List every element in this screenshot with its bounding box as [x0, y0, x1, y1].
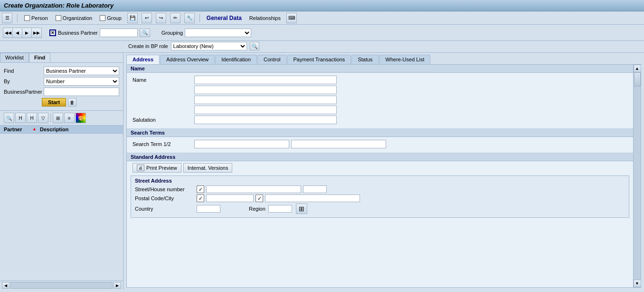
name-input-1[interactable]	[194, 76, 337, 84]
create-bp-label: Create in BP role	[128, 43, 168, 49]
search-term-label: Search Term 1/2	[133, 141, 194, 147]
separator1	[17, 14, 18, 22]
menu-organization-label: Organization	[63, 15, 92, 21]
search-term-input-1[interactable]	[194, 140, 289, 148]
name-input-3[interactable]	[194, 96, 337, 104]
name-row-3	[133, 96, 627, 104]
toolbar-btn-1[interactable]: 💾	[127, 13, 138, 23]
tab-address[interactable]: Address	[126, 55, 160, 64]
grouping-select[interactable]	[185, 29, 251, 37]
name-row-2	[133, 86, 627, 94]
sort-icon[interactable]: ▲	[32, 127, 40, 132]
street-input[interactable]	[206, 185, 301, 193]
bp-search-btn[interactable]: 🔍	[140, 29, 150, 37]
toolbar-btn-5[interactable]: 🔧	[184, 13, 195, 23]
start-button[interactable]: Start	[42, 98, 66, 107]
delete-btn[interactable]: 🗑	[68, 98, 76, 107]
nav-first-btn[interactable]: ◀◀	[3, 28, 13, 38]
tab-payment-transactions[interactable]: Payment Transactions	[287, 55, 351, 64]
name-row-4	[133, 106, 627, 114]
main-tab-bar: Address Address Overview Identification …	[123, 53, 644, 64]
bp-label: Business Partner	[58, 30, 98, 36]
separator2	[199, 14, 200, 22]
v-scroll-up[interactable]: ▲	[634, 65, 641, 72]
print-icon: 🖨	[137, 165, 144, 171]
icon-search[interactable]: 🔍	[4, 113, 14, 123]
nav-group: ◀◀ ◀ ▶ ▶▶	[3, 28, 42, 38]
map-btn[interactable]: ⊞	[296, 204, 307, 214]
find-find-label: Find	[4, 68, 42, 74]
street-num-input[interactable]	[303, 185, 327, 193]
toolbar-btn-6[interactable]: ⌨	[286, 13, 297, 23]
internat-versions-btn[interactable]: Internat. Versions	[183, 163, 233, 173]
menu-relationships[interactable]: Relationships	[247, 14, 283, 22]
name-row-1: Name	[133, 76, 627, 84]
tab-identification[interactable]: Identification	[215, 55, 257, 64]
menu-general-data[interactable]: General Data	[205, 14, 244, 22]
icon-h1[interactable]: H	[15, 113, 26, 123]
tab-address-overview[interactable]: Address Overview	[160, 55, 215, 64]
city-checkbox[interactable]: ✓	[256, 195, 263, 202]
toolbar-btn-4[interactable]: ✏	[170, 13, 180, 23]
nav-next-btn[interactable]: ▶	[22, 28, 32, 38]
street-section: Street Address Street/House number ✓ Pos…	[131, 175, 629, 218]
menu-person[interactable]: Person	[22, 14, 50, 22]
postal-checkbox-1[interactable]: ✓	[197, 195, 204, 202]
v-scroll-track[interactable]	[634, 72, 641, 280]
country-input[interactable]	[197, 205, 220, 213]
bp-checkbox[interactable]: ✕	[49, 29, 56, 36]
street-checkbox-1[interactable]: ✓	[197, 185, 204, 193]
v-scroll-down[interactable]: ▼	[634, 280, 641, 287]
nav-prev-btn[interactable]: ◀	[13, 28, 22, 38]
tab-control[interactable]: Control	[257, 55, 286, 64]
system-menu-btn[interactable]: ☰	[2, 13, 12, 23]
bp-input[interactable]	[100, 29, 138, 37]
icon-grid[interactable]: ⊞	[53, 113, 63, 123]
h-scroll-track[interactable]	[10, 282, 113, 289]
v-scroll-thumb[interactable]	[634, 72, 641, 87]
tab-worklist[interactable]: Worklist	[0, 53, 29, 62]
find-row-start: Start 🗑	[4, 98, 119, 107]
name-input-2[interactable]	[194, 86, 337, 94]
icon-col[interactable]: ≡	[64, 113, 75, 123]
toolbar-btn-3[interactable]: ↪	[156, 13, 166, 23]
postal-input[interactable]	[206, 195, 254, 202]
icon-separator	[50, 114, 51, 122]
country-label: Country	[135, 206, 197, 212]
col-partner: Partner	[4, 127, 32, 132]
region-input[interactable]	[268, 205, 292, 213]
menu-group-label: Group	[107, 15, 122, 21]
city-input[interactable]	[265, 195, 360, 202]
menu-relationships-label: Relationships	[249, 15, 281, 21]
tab-where-used-list[interactable]: Where-Used List	[379, 55, 431, 64]
h-scroll-right[interactable]: ▶	[114, 282, 121, 289]
find-select[interactable]: Business Partner Contact Person Employee	[44, 67, 119, 75]
street-section-header: Street Address	[135, 178, 625, 184]
create-bp-search-btn[interactable]: 🔍	[250, 42, 259, 50]
menu-group[interactable]: Group	[98, 14, 123, 22]
results-header: Partner ▲ Description	[0, 125, 123, 134]
print-preview-btn[interactable]: 🖨 Print Preview	[133, 163, 181, 173]
bp-value-input[interactable]	[44, 88, 119, 96]
find-row-find: Find Business Partner Contact Person Emp…	[4, 67, 119, 75]
tab-find[interactable]: Find	[29, 53, 50, 62]
salutation-input[interactable]	[194, 116, 337, 124]
name-section-header: Name	[127, 65, 633, 73]
by-select[interactable]: Number Name Address	[44, 77, 119, 86]
tab-status[interactable]: Status	[351, 55, 379, 64]
menu-organization[interactable]: Organization	[54, 14, 94, 22]
name-input-4[interactable]	[194, 106, 337, 114]
h-scroll: ◀ ▶	[0, 281, 123, 290]
nav-last-btn[interactable]: ▶▶	[32, 28, 41, 38]
h-scroll-left[interactable]: ◀	[2, 282, 9, 289]
search-term-input-2[interactable]	[291, 140, 386, 148]
title-bar: Create Organization: Role Laboratory	[0, 0, 644, 11]
icon-h2[interactable]: H	[27, 113, 37, 123]
icon-filter[interactable]: ▽	[38, 113, 48, 123]
icon-color[interactable]: 🎨	[76, 113, 86, 123]
col-description: Description	[40, 127, 119, 132]
create-bp-select[interactable]: Laboratory (New)	[171, 42, 247, 50]
toolbar-btn-2[interactable]: ↩	[142, 13, 152, 23]
name-section: Name	[127, 73, 633, 129]
menu-general-data-label: General Data	[207, 15, 242, 21]
